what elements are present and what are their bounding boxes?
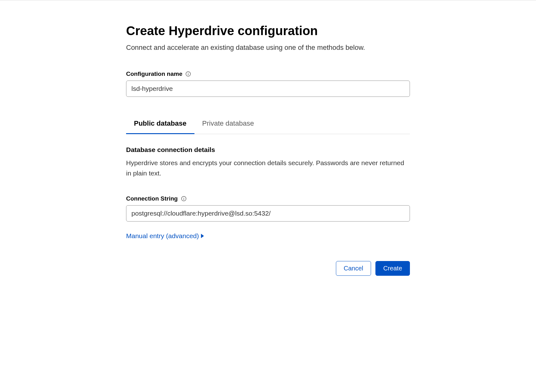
manual-entry-label: Manual entry (advanced) <box>126 232 199 240</box>
page-container: Create Hyperdrive configuration Connect … <box>126 0 410 288</box>
svg-point-2 <box>188 73 188 73</box>
info-icon[interactable] <box>181 196 187 201</box>
tab-private-database[interactable]: Private database <box>194 115 262 134</box>
connection-string-label: Connection String <box>126 195 178 202</box>
connection-section-title: Database connection details <box>126 146 410 154</box>
config-name-label: Configuration name <box>126 71 182 77</box>
config-name-label-row: Configuration name <box>126 71 410 77</box>
connection-string-label-row: Connection String <box>126 195 410 202</box>
connection-section-desc: Hyperdrive stores and encrypts your conn… <box>126 158 410 178</box>
cancel-button[interactable]: Cancel <box>336 261 371 276</box>
config-name-input[interactable] <box>126 81 410 97</box>
db-tabs: Public database Private database <box>126 115 410 134</box>
manual-entry-link[interactable]: Manual entry (advanced) <box>126 232 204 240</box>
tab-public-database[interactable]: Public database <box>126 115 194 134</box>
page-subtitle: Connect and accelerate an existing datab… <box>126 44 410 52</box>
svg-point-5 <box>183 197 184 198</box>
info-icon[interactable] <box>185 71 191 77</box>
page-title: Create Hyperdrive configuration <box>126 24 410 38</box>
connection-string-input[interactable] <box>126 205 410 222</box>
create-button[interactable]: Create <box>375 261 410 276</box>
button-row: Cancel Create <box>126 261 410 276</box>
caret-right-icon <box>201 232 204 240</box>
